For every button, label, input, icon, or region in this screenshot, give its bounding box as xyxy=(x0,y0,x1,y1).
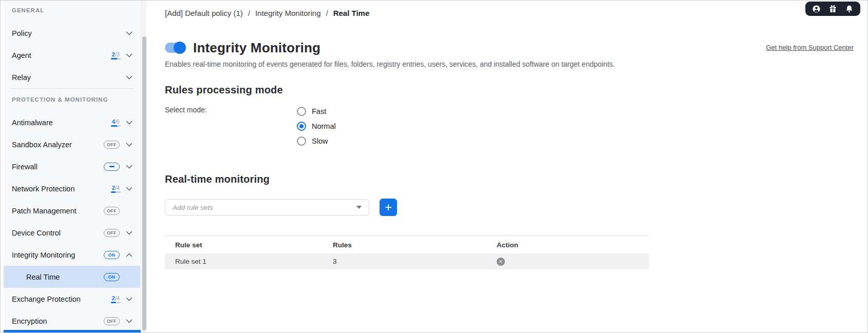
radio-option-slow[interactable]: Slow xyxy=(297,133,336,148)
sidebar-item-label: Firewall xyxy=(12,163,37,171)
on-badge: ON xyxy=(104,251,120,259)
sidebar-item-label: Integrity Monitoring xyxy=(12,251,75,259)
gift-icon[interactable] xyxy=(828,5,837,13)
breadcrumb-separator: / xyxy=(248,9,250,17)
page-description: Enables real-time monitoring of events g… xyxy=(165,60,615,68)
sidebar-item-label: Agent xyxy=(12,51,31,60)
bell-icon[interactable] xyxy=(845,5,854,13)
chevron-down-icon xyxy=(125,143,133,147)
add-rule-set-row: Add rule sets + xyxy=(165,199,397,216)
remove-rule-set-icon[interactable]: ✕ xyxy=(497,258,505,266)
column-header-action: Action xyxy=(497,241,649,249)
column-header-rule-set: Rule set xyxy=(165,241,333,249)
chevron-down-icon xyxy=(125,297,133,301)
sidebar-item-label: Exchange Protection xyxy=(12,295,81,303)
add-rule-sets-dropdown[interactable]: Add rule sets xyxy=(165,199,369,216)
radio-selected-icon[interactable] xyxy=(297,122,306,131)
select-mode-label: Select mode: xyxy=(165,106,207,114)
sidebar-item-exchange-protection[interactable]: Exchange Protection 2/4 xyxy=(4,288,140,310)
breadcrumb-policy[interactable]: [Add] Default policy (1) xyxy=(165,9,243,17)
chevron-down-icon xyxy=(125,121,133,125)
partial-badge xyxy=(104,163,120,171)
off-badge: OFF xyxy=(104,141,120,149)
sidebar-item-device-control[interactable]: Device Control OFF xyxy=(4,222,140,244)
sidebar-item-agent[interactable]: Agent 2/3 xyxy=(4,44,140,66)
sidebar-item-label: Policy xyxy=(12,29,32,37)
on-badge: ON xyxy=(104,273,120,281)
sidebar-item-label: Patch Management xyxy=(12,207,77,215)
sidebar-item-antimalware[interactable]: Antimalware 4/6 xyxy=(4,111,140,133)
vertical-scrollbar[interactable] xyxy=(141,1,146,333)
scrollbar-thumb[interactable] xyxy=(142,36,146,330)
table-row: Rule set 1 3 ✕ xyxy=(165,253,649,269)
realtime-monitoring-heading: Real-time monitoring xyxy=(165,173,270,185)
page-title-row: Integrity Monitoring xyxy=(165,39,320,56)
sidebar-item-label: Antimalware xyxy=(12,119,53,127)
chevron-down-icon xyxy=(125,31,133,35)
toggle-knob xyxy=(174,42,186,54)
page-title: Integrity Monitoring xyxy=(193,40,320,56)
chevron-down-icon xyxy=(125,187,133,191)
cell-rules-count: 3 xyxy=(333,258,497,265)
sidebar-item-sandbox-analyzer[interactable]: Sandbox Analyzer OFF xyxy=(4,133,140,155)
sidebar-section-general: GENERAL xyxy=(4,6,140,15)
table-header-row: Rule set Rules Action xyxy=(165,236,649,253)
add-rule-set-button[interactable]: + xyxy=(380,199,397,216)
sidebar-item-label: Sandbox Analyzer xyxy=(12,141,72,149)
chevron-down-icon xyxy=(125,53,133,57)
breadcrumb-separator: / xyxy=(326,9,328,17)
main-content: [Add] Default policy (1) / Integrity Mon… xyxy=(146,1,867,332)
sidebar-section-protection: PROTECTION & MONITORING xyxy=(4,89,140,104)
off-badge: OFF xyxy=(104,229,120,237)
sidebar-item-integrity-monitoring[interactable]: Integrity Monitoring ON xyxy=(4,244,140,266)
breadcrumb-real-time: Real Time xyxy=(333,9,370,17)
sidebar-item-label: Device Control xyxy=(12,229,61,237)
sidebar-item-label: Relay xyxy=(12,73,31,82)
radio-option-normal[interactable]: Normal xyxy=(297,119,336,133)
off-badge: OFF xyxy=(104,317,120,325)
cell-rule-set: Rule set 1 xyxy=(165,258,333,265)
sidebar-item-encryption[interactable]: Encryption OFF xyxy=(4,310,140,332)
chevron-down-icon xyxy=(125,231,133,235)
sidebar-item-real-time[interactable]: Real Time ON xyxy=(4,266,140,288)
radio-option-fast[interactable]: Fast xyxy=(297,104,336,119)
support-center-link[interactable]: Get help from Support Center xyxy=(766,44,854,51)
progress-badge: 4/6 xyxy=(112,119,120,127)
column-header-rules: Rules xyxy=(333,241,497,249)
chevron-up-icon xyxy=(125,253,133,257)
rule-sets-table: Rule set Rules Action Rule set 1 3 ✕ xyxy=(165,236,649,269)
integrity-monitoring-toggle[interactable] xyxy=(165,43,184,53)
progress-badge: 2/4 xyxy=(112,295,120,303)
sidebar-bottom-accent-bar xyxy=(4,330,144,332)
user-icon[interactable] xyxy=(812,5,821,13)
mode-radio-group: Fast Normal Slow xyxy=(297,104,336,148)
sidebar-item-firewall[interactable]: Firewall xyxy=(4,155,140,178)
off-badge: OFF xyxy=(104,207,120,215)
sidebar-item-patch-management[interactable]: Patch Management OFF xyxy=(4,200,140,222)
sidebar-item-policy[interactable]: Policy xyxy=(4,22,140,44)
sidebar-item-network-protection[interactable]: Network Protection 2/4 xyxy=(4,178,140,200)
dropdown-placeholder: Add rule sets xyxy=(173,204,213,211)
corner-toolbar xyxy=(805,2,860,16)
rules-mode-heading: Rules processing mode xyxy=(165,84,283,96)
radio-icon[interactable] xyxy=(297,107,306,116)
breadcrumb-integrity-monitoring[interactable]: Integrity Monitoring xyxy=(255,9,321,17)
chevron-down-icon xyxy=(125,319,133,323)
chevron-down-icon xyxy=(125,165,133,169)
breadcrumb: [Add] Default policy (1) / Integrity Mon… xyxy=(165,9,369,17)
sidebar: GENERAL Policy Agent 2/3 Relay PROTECTIO… xyxy=(1,1,140,333)
sidebar-item-label: Network Protection xyxy=(12,185,75,193)
progress-badge: 2/4 xyxy=(112,185,120,193)
chevron-down-icon xyxy=(125,75,133,80)
progress-badge: 2/3 xyxy=(112,51,120,60)
dropdown-caret-icon xyxy=(356,206,362,209)
sidebar-item-label: Encryption xyxy=(12,317,47,325)
radio-icon[interactable] xyxy=(297,136,306,146)
policy-settings-page: GENERAL Policy Agent 2/3 Relay PROTECTIO… xyxy=(0,0,868,333)
sidebar-item-relay[interactable]: Relay xyxy=(4,66,140,88)
sidebar-item-label: Real Time xyxy=(26,273,60,281)
